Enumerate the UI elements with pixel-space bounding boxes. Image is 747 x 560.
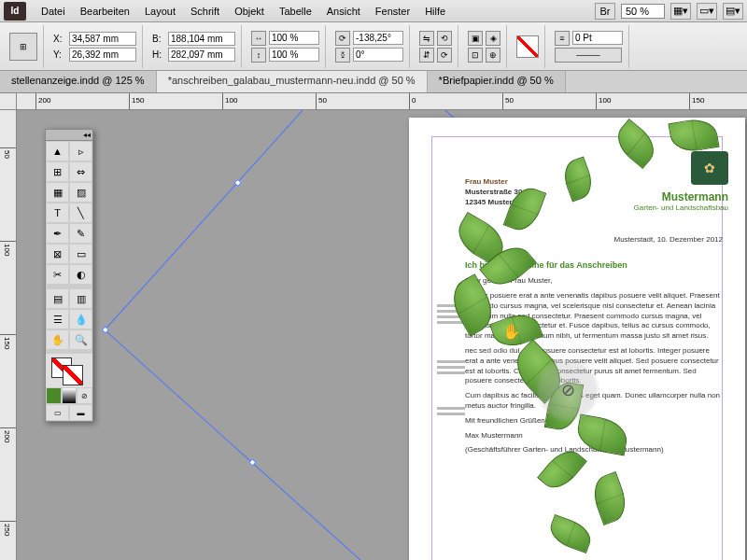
recipient-name: Frau Muster [465, 177, 723, 188]
zoom-tool[interactable]: 🔍 [69, 329, 92, 350]
busy-indicator [535, 357, 600, 423]
ruler-tick: 100 [0, 241, 17, 256]
tab-2[interactable]: *Briefpapier.indd @ 50 % [428, 71, 566, 92]
hand-tool[interactable]: ✋ [46, 329, 69, 350]
menu-object[interactable]: Objekt [227, 6, 272, 17]
ruler-tick: 250 [0, 521, 17, 536]
menu-layout[interactable]: Layout [137, 6, 183, 17]
fill-swatch[interactable] [516, 35, 539, 58]
menu-type[interactable]: Schrift [183, 6, 227, 17]
scale-y-field[interactable] [269, 48, 319, 62]
flip-h-icon[interactable]: ⇋ [419, 31, 434, 46]
ruler-tick: 150 [689, 93, 704, 110]
menu-file[interactable]: Datei [34, 6, 73, 17]
select-container-icon[interactable]: ▣ [468, 31, 483, 46]
view-options-icon[interactable]: ▦▾ [670, 3, 691, 20]
ruler-tick: 50 [502, 93, 514, 110]
fit-content-icon[interactable]: ⊡ [468, 48, 483, 63]
line-tool[interactable]: ╲ [69, 203, 92, 223]
fill-stroke-proxy[interactable] [46, 354, 92, 387]
text-wrap-indicator [437, 407, 465, 418]
pen-tool[interactable]: ✒ [46, 223, 69, 244]
gap-tool[interactable]: ⇔ [69, 161, 92, 182]
preview-view-icon[interactable]: ▬ [69, 404, 92, 421]
workspace: 200 150 100 50 0 50 100 150 50 100 150 2… [0, 93, 747, 560]
bridge-icon[interactable]: Br [595, 3, 615, 20]
h-field[interactable] [168, 48, 235, 62]
x-field[interactable] [69, 32, 136, 46]
stroke-weight-field[interactable] [572, 31, 623, 45]
apply-none-icon[interactable]: ⊘ [77, 387, 92, 404]
rectangle-frame-tool[interactable]: ⊠ [46, 244, 69, 264]
ruler-tick: 100 [222, 93, 237, 110]
apply-gradient-icon[interactable] [62, 387, 78, 404]
scissors-tool[interactable]: ✂ [46, 264, 69, 285]
zoom-level-select[interactable]: 50 % [621, 4, 665, 19]
free-transform-tool[interactable]: ◐ [69, 264, 92, 285]
ruler-tick: 150 [0, 334, 17, 349]
recipient-street: Musterstraße 30 [465, 188, 723, 198]
tools-panel[interactable]: ◂◂ ▲ ▹ ⊞ ⇔ ▦ ▨ T ╲ ✒ ✎ ⊠ ▭ ✂ ◐ ▤ ▥ ☰ 💧 [45, 129, 93, 422]
apply-color-icon[interactable] [46, 387, 62, 404]
ruler-tick: 50 [0, 147, 17, 159]
pencil-tool[interactable]: ✎ [69, 223, 92, 244]
type-tool[interactable]: T [46, 203, 69, 223]
normal-view-icon[interactable]: ▭ [46, 404, 69, 421]
ruler-vertical[interactable]: 50 100 150 200 250 [0, 110, 17, 560]
menu-edit[interactable]: Bearbeiten [73, 6, 137, 17]
shear-field[interactable] [353, 48, 403, 62]
content-collector-tool[interactable]: ▦ [46, 182, 69, 203]
menu-window[interactable]: Fenster [368, 6, 417, 17]
stroke-weight-icon: ≡ [555, 31, 570, 46]
arrange-icon[interactable]: ▤▾ [723, 3, 743, 20]
ruler-tick: 200 [0, 427, 17, 442]
rectangle-tool[interactable]: ▭ [69, 244, 92, 264]
ruler-tick: 50 [316, 93, 327, 110]
reference-point-icon[interactable]: ⊞ [9, 33, 37, 61]
scale-x-icon: ↔ [251, 31, 266, 46]
control-panel: ⊞ X: Y: B: H: ↔ ↕ ⟳ ⧰ ⇋⟲ ⇵⟳ ▣◈ ⊡⊕ ≡ ──── [0, 22, 747, 71]
panel-collapse-icon[interactable]: ◂◂ [46, 130, 92, 141]
rotation-field[interactable] [353, 31, 403, 45]
flip-v-icon[interactable]: ⇵ [419, 48, 434, 63]
scale-y-icon: ↕ [251, 48, 266, 63]
rotate-cw-icon[interactable]: ⟲ [437, 31, 452, 46]
rotate-ccw-icon[interactable]: ⟳ [437, 48, 452, 63]
document-tab-bar: stellenanzeige.indd @ 125 % *anschreiben… [0, 71, 747, 93]
recipient-city: 12345 Musterhausen [465, 198, 723, 208]
h-label: H: [152, 49, 165, 60]
stroke-proxy[interactable] [63, 365, 83, 385]
w-label: B: [152, 34, 165, 44]
ruler-horizontal[interactable]: 200 150 100 50 0 50 100 150 [17, 93, 747, 110]
selection-tool[interactable]: ▲ [46, 141, 69, 161]
x-label: X: [53, 34, 66, 44]
screen-mode-icon[interactable]: ▭▾ [697, 3, 717, 20]
direct-selection-tool[interactable]: ▹ [69, 141, 92, 161]
rotation-icon: ⟳ [335, 31, 350, 46]
eyedropper-tool[interactable]: 💧 [69, 309, 92, 329]
ruler-tick: 150 [129, 93, 144, 110]
text-wrap-indicator [437, 360, 465, 377]
tab-1[interactable]: *anschreiben_galabau_mustermann-neu.indd… [157, 71, 428, 92]
menu-help[interactable]: Hilfe [417, 6, 453, 17]
content-placer-tool[interactable]: ▨ [69, 182, 92, 203]
y-label: Y: [53, 49, 66, 60]
tab-0[interactable]: stellenanzeige.indd @ 125 % [0, 71, 157, 92]
select-content-icon[interactable]: ◈ [486, 31, 500, 46]
w-field[interactable] [168, 32, 235, 46]
page-tool[interactable]: ⊞ [46, 161, 69, 182]
y-field[interactable] [69, 48, 136, 62]
scale-x-field[interactable] [269, 31, 319, 45]
menu-view[interactable]: Ansicht [319, 6, 368, 17]
shear-icon: ⧰ [335, 48, 350, 63]
center-content-icon[interactable]: ⊕ [486, 48, 500, 63]
note-tool[interactable]: ☰ [46, 309, 69, 329]
ruler-origin[interactable] [0, 93, 17, 110]
canvas[interactable]: ✿ Mustermann Garten- und Landschaftsbau … [17, 110, 747, 560]
menu-table[interactable]: Tabelle [272, 6, 319, 17]
app-logo: Id [4, 2, 26, 21]
menu-bar: Id Datei Bearbeiten Layout Schrift Objek… [0, 0, 747, 22]
gradient-feather-tool[interactable]: ▥ [69, 288, 92, 309]
gradient-swatch-tool[interactable]: ▤ [46, 288, 69, 309]
stroke-style-icon[interactable]: ──── [555, 48, 622, 63]
